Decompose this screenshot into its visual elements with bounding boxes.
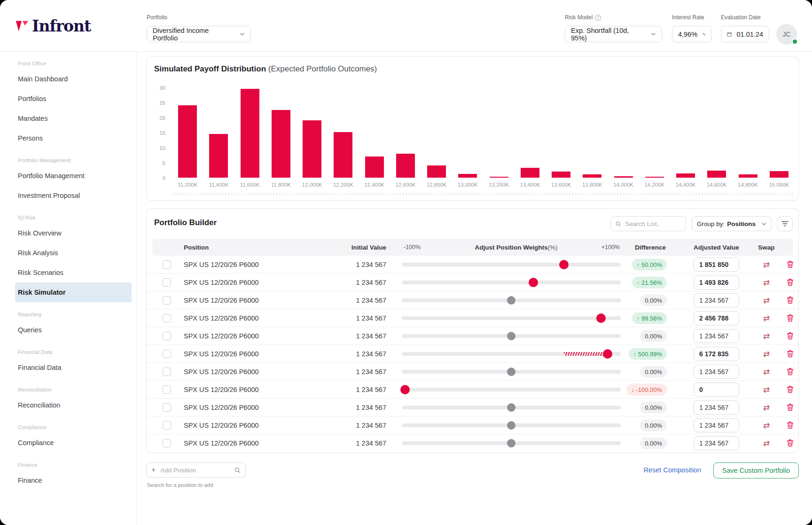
slider-handle[interactable] [507,421,515,430]
adjusted-value-input[interactable]: 1 234 567 [694,418,739,432]
row-checkbox[interactable] [163,439,171,447]
x-tick-label: 12,200K [328,182,359,188]
position-weight-slider[interactable] [402,296,621,305]
filter-button[interactable] [777,216,793,231]
add-position-input[interactable] [159,466,231,474]
swap-button[interactable]: ⇄ [760,260,773,269]
sidebar-item-queries[interactable]: Queries [0,320,136,340]
adjusted-value-input[interactable]: 1 234 567 [694,400,739,415]
delete-button[interactable] [787,350,795,358]
help-icon[interactable]: ? [595,15,601,21]
adjusted-value-input[interactable]: 1 234 567 [694,365,739,379]
slider-handle[interactable] [507,439,515,447]
row-checkbox[interactable] [163,421,171,430]
sidebar-section-label: IQ Risk [18,212,136,223]
swap-button[interactable]: ⇄ [760,421,773,430]
position-weight-slider[interactable] [402,439,621,448]
chevron-down-icon [240,32,245,36]
group-by-dropdown[interactable]: Group by: Positions [692,216,772,231]
swap-button[interactable]: ⇄ [760,313,773,323]
delete-button[interactable] [787,385,795,393]
row-checkbox[interactable] [163,350,171,358]
row-checkbox[interactable] [163,385,171,394]
row-checkbox[interactable] [163,403,171,412]
portfolio-dropdown[interactable]: Diversified Income Portfolio [147,26,251,42]
search-list-box[interactable] [610,216,686,231]
interest-rate-dropdown[interactable]: 4,96% [672,26,711,42]
sidebar-item-risk-overview[interactable]: Risk Overview [0,223,136,243]
position-weight-slider[interactable] [402,260,621,269]
slider-handle[interactable] [507,368,515,376]
slider-handle[interactable] [507,296,515,305]
sidebar-item-financial-data[interactable]: Financial Data [0,358,136,377]
row-checkbox[interactable] [163,332,171,340]
slider-handle[interactable] [596,313,606,323]
swap-button[interactable]: ⇄ [760,278,773,287]
row-checkbox[interactable] [163,260,171,269]
row-checkbox[interactable] [163,314,171,322]
save-custom-portfolio-button[interactable]: Save Custom Portfolio [713,462,799,478]
swap-button[interactable]: ⇄ [760,349,773,359]
delete-button[interactable] [787,368,795,376]
sidebar-item-portfolio-management[interactable]: Portfolio Management [0,166,136,186]
delete-button[interactable] [787,278,795,286]
sidebar-item-main-dashboard[interactable]: Main Dashboard [0,69,136,89]
delete-button[interactable] [787,332,795,340]
sidebar-item-reconciliation[interactable]: Reconciliation [0,395,136,415]
position-weight-slider[interactable] [402,331,621,341]
adjusted-value-input[interactable]: 1 234 567 [694,436,739,450]
col-difference: Difference [635,244,666,251]
risk-model-dropdown[interactable]: Exp. Shortfall (10d, 95%) [565,26,662,42]
adjusted-value-input[interactable]: 1 234 567 [694,293,739,307]
slider-handle[interactable] [507,332,515,340]
delete-button[interactable] [787,296,795,304]
search-list-input[interactable] [624,220,681,228]
adjusted-value-input[interactable]: 6 172 835 [694,347,739,361]
slider-handle[interactable] [603,349,612,359]
row-checkbox[interactable] [163,368,171,376]
sidebar-item-portfolios[interactable]: Portfolios [0,89,136,109]
position-weight-slider[interactable] [402,367,621,376]
adjusted-value-input[interactable]: 0 [694,383,739,397]
sidebar-item-compliance[interactable]: Compliance [0,433,136,453]
position-weight-slider[interactable] [402,421,621,430]
delete-button[interactable] [787,421,795,429]
sidebar-item-investment-proposal[interactable]: Investment Proposal [0,186,136,205]
sidebar-item-mandates[interactable]: Mandates [0,109,136,128]
x-tick-label: 13,200K [483,182,515,188]
position-weight-slider[interactable] [402,313,621,323]
slider-handle[interactable] [529,278,538,287]
position-weight-slider[interactable] [402,403,621,412]
delete-button[interactable] [787,314,795,322]
adjusted-value-input[interactable]: 1 234 567 [694,329,739,343]
slider-handle[interactable] [400,385,410,394]
delete-button[interactable] [787,403,795,411]
row-checkbox[interactable] [163,296,171,305]
slider-handle[interactable] [559,260,569,269]
sidebar-item-persons[interactable]: Persons [0,128,136,148]
swap-button[interactable]: ⇄ [760,403,773,412]
delete-button[interactable] [787,439,795,447]
position-weight-slider[interactable] [402,278,621,287]
row-checkbox[interactable] [163,278,171,287]
swap-button[interactable]: ⇄ [760,385,773,394]
position-weight-slider[interactable] [402,349,621,359]
position-weight-slider[interactable] [402,385,621,394]
swap-button[interactable]: ⇄ [760,439,773,448]
slider-handle[interactable] [507,403,515,412]
adjusted-value-input[interactable]: 1 851 850 [694,258,739,272]
sidebar-item-risk-simulator[interactable]: Risk Simulator [15,282,132,302]
adjusted-value-input[interactable]: 1 493 826 [694,275,739,290]
swap-button[interactable]: ⇄ [760,331,773,341]
swap-button[interactable]: ⇄ [760,367,773,376]
sidebar-item-risk-scenarios[interactable]: Risk Scenarios [0,263,136,282]
sidebar-item-risk-analysis[interactable]: Risk Analysis [0,243,136,263]
sidebar-item-finance[interactable]: Finance [0,470,136,490]
avatar[interactable]: JC [776,24,797,45]
add-position-box[interactable]: + [146,462,246,478]
evaluation-date-picker[interactable]: 01.01.24 [721,26,769,42]
adjusted-value-input[interactable]: 2 456 788 [694,311,739,325]
swap-button[interactable]: ⇄ [760,296,773,305]
reset-composition-link[interactable]: Reset Composition [644,466,702,474]
delete-button[interactable] [787,260,795,268]
